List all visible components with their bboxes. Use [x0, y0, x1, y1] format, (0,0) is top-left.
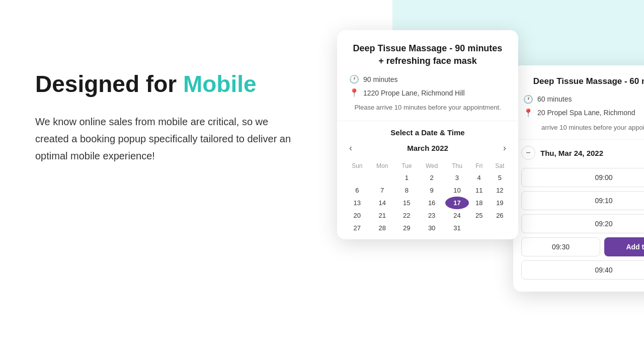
time-slot-0920[interactable]: 09:20: [521, 214, 644, 233]
cal-header-mon: Mon: [369, 160, 395, 171]
popup-note-2: arrive 10 minutes before your appointmen…: [523, 123, 644, 133]
calendar-day[interactable]: 22: [395, 209, 418, 222]
popup-header-2: Deep Tissue Massage - 60 minutes 🕐 60 mi…: [513, 65, 644, 140]
select-datetime-label: Select a Date & Time: [337, 121, 518, 141]
cal-header-thu: Thu: [445, 160, 468, 171]
cal-header-wed: Wed: [418, 160, 446, 171]
calendar-month: March 2022: [407, 144, 448, 152]
calendar-nav: ‹ March 2022 ›: [345, 141, 510, 155]
hero-title: Designed for Mobile: [35, 70, 302, 98]
calendar-week-row: 6789101112: [345, 184, 510, 197]
date-prev-button[interactable]: −: [521, 146, 535, 160]
popup-card-2: Deep Tissue Massage - 60 minutes 🕐 60 mi…: [513, 65, 644, 292]
location-row-2: 📍 20 Propel Spa Lane, Richmond: [523, 108, 644, 118]
hero-title-highlight: Mobile: [183, 71, 257, 97]
calendar-day[interactable]: 19: [490, 197, 510, 209]
time-slots-section: − Thu, Mar 24, 2022 09:00 09:10 09:20 09…: [513, 140, 644, 287]
selected-date-label: Thu, Mar 24, 2022: [540, 149, 603, 157]
calendar-day[interactable]: 1: [395, 171, 418, 184]
location-icon: 📍: [349, 88, 359, 98]
calendar-day[interactable]: 14: [369, 197, 395, 209]
calendar-day[interactable]: 8: [395, 184, 418, 197]
location-row: 📍 1220 Prope Lane, Richmond Hill: [349, 88, 506, 98]
calendar-day[interactable]: 31: [445, 222, 468, 234]
popup-meta-1: 🕐 90 minutes 📍 1220 Prope Lane, Richmond…: [349, 74, 506, 98]
date-display: − Thu, Mar 24, 2022: [521, 143, 644, 163]
time-slot-0910[interactable]: 09:10: [521, 191, 644, 210]
calendar-day: [490, 222, 510, 234]
popup-note-2-text: arrive 10 minutes before your appointmen…: [541, 124, 644, 131]
popup-card-1: Deep Tissue Massage - 90 minutes + refre…: [337, 30, 518, 239]
calendar-day[interactable]: 27: [345, 222, 369, 234]
calendar-day[interactable]: 11: [469, 184, 490, 197]
calendar-day[interactable]: 26: [490, 209, 510, 222]
calendar-day: [369, 171, 395, 184]
clock-icon-2: 🕐: [523, 95, 533, 104]
time-slot-row-0930: 09:30 Add to Cart: [521, 237, 644, 256]
calendar-day[interactable]: 6: [345, 184, 369, 197]
calendar-body: 1234567891011121314151617181920212223242…: [345, 171, 510, 234]
calendar-day[interactable]: 17: [445, 197, 468, 209]
duration-row: 🕐 90 minutes: [349, 74, 506, 84]
duration-text: 90 minutes: [363, 75, 397, 83]
time-slot-0940[interactable]: 09:40: [521, 260, 644, 280]
add-to-cart-button[interactable]: Add to Cart: [604, 237, 644, 256]
calendar-day[interactable]: 13: [345, 197, 369, 209]
calendar-day[interactable]: 29: [395, 222, 418, 234]
location-text: 1220 Prope Lane, Richmond Hill: [363, 89, 465, 97]
time-slot-0930[interactable]: 09:30: [521, 237, 600, 256]
cal-header-sun: Sun: [345, 160, 369, 171]
calendar-day[interactable]: 20: [345, 209, 369, 222]
calendar-section: ‹ March 2022 › Sun Mon Tue Wed Thu Fri S…: [337, 141, 518, 234]
calendar-week-row: 12345: [345, 171, 510, 184]
location-icon-2: 📍: [523, 108, 533, 118]
calendar-day[interactable]: 7: [369, 184, 395, 197]
calendar-day[interactable]: 18: [469, 197, 490, 209]
calendar-day[interactable]: 3: [445, 171, 468, 184]
calendar-header-row: Sun Mon Tue Wed Thu Fri Sat: [345, 160, 510, 171]
calendar-day[interactable]: 28: [369, 222, 395, 234]
calendar-day[interactable]: 23: [418, 209, 446, 222]
location-text-2: 20 Propel Spa Lane, Richmond: [537, 109, 635, 117]
calendar-day[interactable]: 25: [469, 209, 490, 222]
calendar-day[interactable]: 16: [418, 197, 446, 209]
calendar-day: [345, 171, 369, 184]
calendar-day[interactable]: 10: [445, 184, 468, 197]
popup-title-2: Deep Tissue Massage - 60 minutes: [523, 75, 644, 87]
duration-row-2: 🕐 60 minutes: [523, 95, 644, 104]
calendar-day[interactable]: 12: [490, 184, 510, 197]
cal-header-sat: Sat: [490, 160, 510, 171]
duration-text-2: 60 minutes: [537, 95, 572, 103]
cal-header-fri: Fri: [469, 160, 490, 171]
next-month-button[interactable]: ›: [499, 141, 510, 155]
popup-meta-2: 🕐 60 minutes 📍 20 Propel Spa Lane, Richm…: [523, 95, 644, 118]
clock-icon: 🕐: [349, 74, 359, 84]
calendar-grid: Sun Mon Tue Wed Thu Fri Sat 123456789101…: [345, 160, 510, 234]
hero-title-start: Designed for: [35, 71, 183, 97]
time-slot-0900[interactable]: 09:00: [521, 168, 644, 187]
popup-title-1: Deep Tissue Massage - 90 minutes + refre…: [349, 42, 506, 67]
calendar-week-row: 2728293031: [345, 222, 510, 234]
calendar-week-row: 20212223242526: [345, 209, 510, 222]
calendar-day[interactable]: 4: [469, 171, 490, 184]
calendar-day[interactable]: 21: [369, 209, 395, 222]
hero-body-text: We know online sales from mobile are cri…: [35, 113, 302, 164]
popup-note-1: Please arrive 10 minutes before your app…: [349, 103, 506, 113]
calendar-day[interactable]: 5: [490, 171, 510, 184]
calendar-day[interactable]: 24: [445, 209, 468, 222]
calendar-day[interactable]: 30: [418, 222, 446, 234]
calendar-day[interactable]: 2: [418, 171, 446, 184]
calendar-day[interactable]: 9: [418, 184, 446, 197]
calendar-day[interactable]: 15: [395, 197, 418, 209]
calendar-day: [469, 222, 490, 234]
cal-header-tue: Tue: [395, 160, 418, 171]
hero-section: Designed for Mobile We know online sales…: [35, 70, 302, 164]
calendar-week-row: 13141516171819: [345, 197, 510, 209]
popup-header-1: Deep Tissue Massage - 90 minutes + refre…: [337, 30, 518, 121]
prev-month-button[interactable]: ‹: [345, 141, 356, 155]
